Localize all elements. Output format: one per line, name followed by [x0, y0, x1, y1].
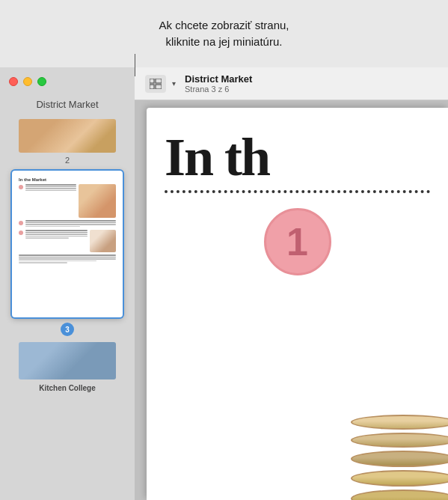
kitchen-college-image — [19, 342, 116, 379]
ring-5 — [351, 490, 448, 500]
rings-stack — [351, 415, 448, 500]
ring-1 — [351, 415, 448, 430]
page-3-row-4 — [19, 254, 116, 264]
page-circle-number: 1 — [264, 208, 331, 275]
page-3-image-small — [90, 230, 116, 252]
page-3-badge: 3 — [61, 323, 74, 336]
tooltip-pointer-line — [135, 54, 135, 76]
page-2-number: 2 — [65, 156, 70, 165]
text-block-4 — [19, 254, 116, 264]
sidebar: District Market 2 In the Market — [0, 67, 135, 500]
text-block-1 — [25, 184, 76, 192]
page-3-image-right — [79, 184, 116, 218]
text-block-3 — [25, 230, 88, 240]
view-chevron-icon[interactable]: ▾ — [172, 79, 176, 88]
tooltip-line1: Ak chcete zobraziť stranu, — [159, 19, 289, 31]
sidebar-thumbnails: 2 In the Market — [0, 116, 135, 500]
close-button[interactable] — [9, 77, 18, 86]
minimize-button[interactable] — [23, 77, 32, 86]
page-thumbnail-2[interactable]: 2 — [0, 119, 135, 165]
bullet-2 — [19, 221, 23, 225]
sidebar-titlebar — [0, 67, 135, 96]
page-thumbnail-3[interactable]: In the Market — [0, 171, 135, 336]
app-window: District Market 2 In the Market — [0, 67, 448, 500]
page-3-wrapper: In the Market — [12, 171, 123, 317]
page-3-row-2 — [19, 220, 116, 228]
svg-rect-2 — [150, 85, 154, 89]
page-3-row-3 — [19, 230, 116, 252]
toolbar-page-info: Strana 3 z 6 — [185, 85, 252, 94]
svg-rect-3 — [156, 85, 162, 89]
sidebar-title: District Market — [0, 96, 135, 116]
view-mode-icon — [150, 79, 162, 89]
bullet-3 — [19, 231, 23, 235]
ring-3 — [351, 451, 448, 467]
page-2-image — [19, 119, 116, 153]
toolbar-title-area: District Market Strana 3 z 6 — [185, 73, 252, 94]
kitchen-college-label: Kitchen College — [39, 384, 96, 392]
page-big-title: In th — [165, 130, 430, 184]
page-3-title: In the Market — [19, 177, 116, 182]
page-thumbnail-kitchen[interactable]: Kitchen College — [0, 342, 135, 392]
page-3-row-1 — [19, 184, 116, 218]
page-content: In th 1 — [147, 108, 448, 290]
ring-2 — [351, 433, 448, 448]
main-content-area: In th 1 — [135, 100, 448, 500]
main-panel: ▾ District Market Strana 3 z 6 In th 1 — [135, 67, 448, 500]
maximize-button[interactable] — [37, 77, 46, 86]
toolbar-doc-title: District Market — [185, 73, 252, 85]
text-block-2 — [25, 220, 116, 228]
ring-4 — [351, 470, 448, 487]
bullet-1 — [19, 185, 23, 189]
main-toolbar: ▾ District Market Strana 3 z 6 — [135, 67, 448, 100]
view-icon[interactable] — [145, 75, 166, 93]
tooltip-text: Ak chcete zobraziť stranu, kliknite na j… — [159, 17, 289, 51]
svg-rect-0 — [150, 79, 154, 83]
page-illustration — [328, 365, 448, 500]
page-divider — [165, 190, 430, 193]
tooltip-line2: kliknite na jej miniatúru. — [166, 35, 283, 48]
page-3-inner: In the Market — [14, 173, 120, 315]
tooltip-area: Ak chcete zobraziť stranu, kliknite na j… — [0, 0, 448, 67]
page-preview: In th 1 — [147, 108, 448, 500]
svg-rect-1 — [156, 79, 162, 83]
